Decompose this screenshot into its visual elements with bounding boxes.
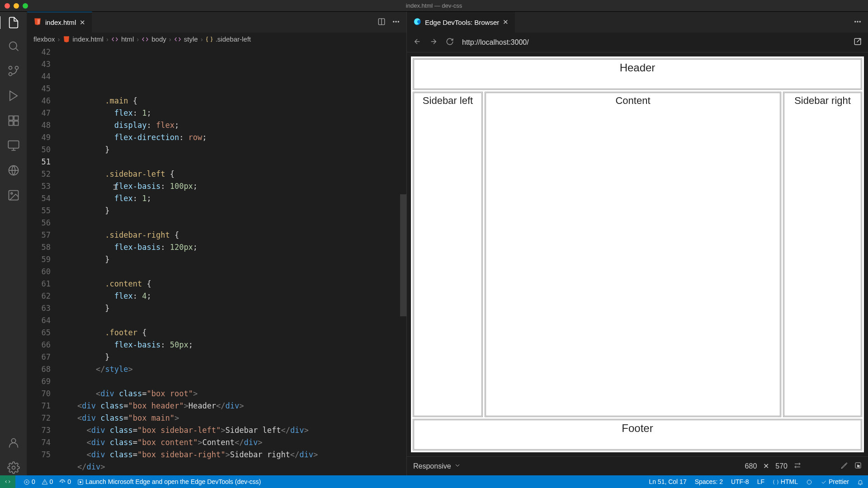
eyedropper-icon[interactable]: [841, 462, 848, 471]
svg-point-25: [62, 482, 63, 483]
breadcrumb-item[interactable]: .sidebar-left: [216, 35, 251, 43]
close-window-button[interactable]: [5, 3, 10, 9]
svg-rect-8: [8, 141, 19, 148]
svg-point-19: [855, 21, 856, 22]
viewport-height[interactable]: 570: [775, 462, 788, 470]
svg-point-1: [15, 66, 18, 70]
minimize-window-button[interactable]: [14, 3, 19, 9]
remote-indicator[interactable]: [0, 475, 15, 488]
code-content[interactable]: .main { flex: 1; display: flex; flex-dir…: [59, 45, 406, 475]
viewport-width[interactable]: 680: [745, 462, 757, 470]
preview-footer: Footer: [413, 419, 862, 450]
chevron-down-icon: [454, 462, 461, 471]
split-editor-icon[interactable]: [377, 18, 386, 27]
breadcrumb-item[interactable]: flexbox: [33, 35, 55, 43]
svg-point-12: [11, 439, 15, 443]
breadcrumb-item[interactable]: style: [184, 35, 198, 43]
back-icon[interactable]: [413, 38, 421, 47]
breadcrumb-item[interactable]: body: [151, 35, 166, 43]
dimension-separator-icon: ✕: [763, 462, 769, 470]
devtools-footer: Responsive 680 ✕ 570: [407, 456, 868, 475]
source-control-icon[interactable]: [7, 65, 20, 79]
warnings-count[interactable]: 0: [42, 478, 53, 485]
html-file-icon: [33, 18, 42, 27]
edge-browser-icon: [413, 18, 421, 27]
preview-sidebar-right: Sidebar right: [783, 92, 862, 417]
svg-rect-5: [14, 116, 18, 120]
scrollbar-thumb[interactable]: [400, 194, 406, 316]
tab-index-html[interactable]: index.html ✕: [27, 12, 92, 33]
port-forward[interactable]: 0: [59, 478, 71, 485]
responsive-dropdown[interactable]: Responsive: [413, 462, 461, 471]
svg-point-3: [9, 66, 12, 70]
close-tab-icon[interactable]: ✕: [80, 19, 85, 27]
run-debug-icon[interactable]: [7, 89, 20, 103]
preview-content: Content: [485, 92, 781, 417]
breadcrumb-item[interactable]: index.html: [73, 35, 104, 43]
launch-edge-button[interactable]: Launch Microsoft Edge and open the Edge …: [77, 478, 261, 485]
code-block-icon: [174, 35, 181, 43]
preview-main: Sidebar left Content Sidebar right: [412, 91, 863, 418]
preview-root: Header Sidebar left Content Sidebar righ…: [410, 56, 864, 453]
svg-point-20: [857, 21, 858, 22]
inspect-element-icon[interactable]: [854, 462, 862, 471]
svg-point-13: [12, 466, 15, 469]
go-live-icon[interactable]: [806, 478, 812, 485]
eol[interactable]: LF: [757, 478, 764, 485]
encoding[interactable]: UTF-8: [731, 478, 749, 485]
account-icon[interactable]: [7, 436, 20, 450]
svg-point-17: [398, 21, 399, 22]
breadcrumbs[interactable]: flexbox› index.html› html› body› style› …: [27, 33, 406, 45]
code-editor[interactable]: 4243444546474849505152535455565758596061…: [27, 45, 406, 475]
svg-rect-7: [14, 121, 18, 125]
explorer-icon[interactable]: [0, 16, 26, 29]
svg-point-16: [396, 21, 396, 22]
text-cursor-icon: ⌶: [113, 181, 118, 193]
devtools-toolbar: http://localhost:3000/: [407, 33, 868, 52]
svg-point-0: [9, 42, 16, 49]
edge-tools-icon[interactable]: [7, 164, 20, 178]
svg-point-2: [9, 73, 12, 76]
errors-count[interactable]: 0: [24, 478, 35, 485]
swap-dimensions-icon[interactable]: [794, 462, 801, 471]
browser-preview: Header Sidebar left Content Sidebar righ…: [407, 52, 868, 456]
code-block-icon: [142, 35, 149, 43]
url-bar[interactable]: http://localhost:3000/: [462, 38, 845, 47]
status-bar: 0 0 0 Launch Microsoft Edge and open the…: [0, 475, 868, 488]
forward-icon[interactable]: [429, 38, 438, 47]
html-file-icon: [63, 35, 70, 43]
search-icon[interactable]: [7, 40, 20, 54]
svg-point-11: [11, 192, 13, 194]
svg-point-15: [393, 21, 394, 22]
svg-point-21: [859, 21, 860, 22]
activity-bar: [0, 12, 27, 475]
line-numbers-gutter: 4243444546474849505152535455565758596061…: [27, 45, 59, 475]
extensions-icon[interactable]: [7, 114, 20, 128]
tab-edge-devtools[interactable]: Edge DevTools: Browser ✕: [407, 12, 515, 33]
window-title: index.html — dev-css: [406, 2, 462, 9]
macos-titlebar: index.html — dev-css: [0, 0, 868, 12]
preview-header: Header: [413, 58, 862, 90]
prettier-status[interactable]: Prettier: [821, 478, 849, 485]
svg-rect-4: [9, 116, 13, 120]
tab-label: Edge DevTools: Browser: [425, 19, 499, 26]
svg-rect-6: [9, 121, 13, 125]
language-mode[interactable]: HTML: [773, 478, 798, 485]
settings-gear-icon[interactable]: [7, 461, 20, 475]
remote-explorer-icon[interactable]: [7, 139, 20, 153]
reload-icon[interactable]: [446, 38, 454, 47]
more-actions-icon[interactable]: [392, 18, 400, 27]
notifications-bell-icon[interactable]: [857, 478, 863, 485]
maximize-window-button[interactable]: [23, 3, 28, 9]
preview-sidebar-left: Sidebar left: [413, 92, 483, 417]
svg-point-27: [807, 480, 811, 484]
image-preview-icon[interactable]: [7, 189, 20, 203]
editor-tabs: index.html ✕: [27, 12, 406, 33]
open-external-icon[interactable]: [854, 38, 862, 47]
breadcrumb-item[interactable]: html: [121, 35, 134, 43]
close-tab-icon[interactable]: ✕: [503, 18, 509, 26]
code-block-icon: [111, 35, 118, 43]
indentation[interactable]: Spaces: 2: [695, 478, 723, 485]
more-actions-icon[interactable]: [854, 18, 862, 27]
cursor-position[interactable]: Ln 51, Col 17: [649, 478, 686, 485]
